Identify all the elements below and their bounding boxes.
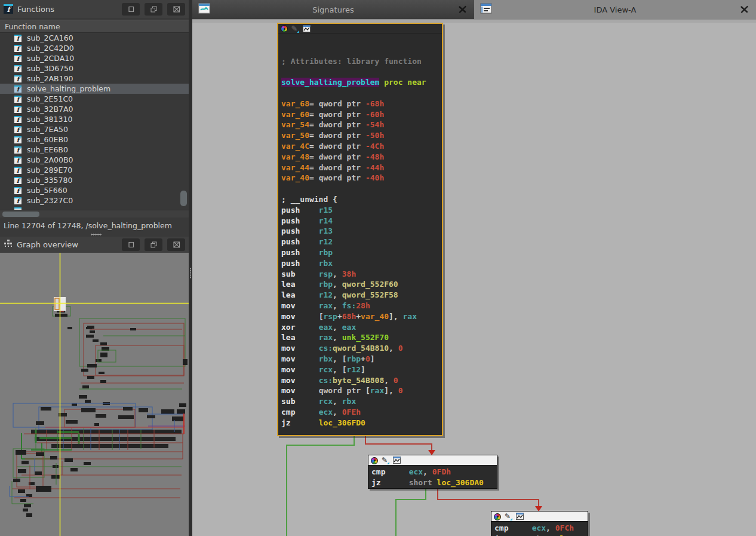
function-icon: f (14, 136, 21, 143)
horizontal-scrollbar-thumb[interactable] (2, 212, 39, 217)
horizontal-scrollbar[interactable] (0, 210, 189, 218)
tab-signatures-label: Signatures (192, 5, 474, 14)
close-button[interactable] (167, 3, 185, 16)
function-list-item[interactable]: fsub_289E70 (0, 165, 189, 175)
asm-body-n3[interactable]: cmp ecx, 0FChjz short loc_306E00 (491, 522, 588, 536)
asm-line: push rbp (281, 247, 439, 258)
graph-overview-minimap[interactable] (0, 253, 189, 536)
function-icon: f (14, 35, 21, 42)
overview-close-button[interactable] (167, 238, 185, 251)
asm-line: ; __unwind { (281, 194, 439, 205)
asm-line: push rbx (281, 258, 439, 269)
function-list-item[interactable]: fsub_335780 (0, 175, 189, 185)
function-name-label: sub_7EA50 (27, 125, 68, 134)
node-edit-icon[interactable]: ✎ (505, 513, 512, 520)
asm-line: mov qword ptr [rax], 0 (281, 385, 439, 396)
function-icon: f (14, 106, 21, 113)
function-list-item[interactable]: fsub_2E51C0 (0, 94, 189, 104)
function-name-label: sub_381310 (27, 115, 72, 124)
overview-maximize-button[interactable] (122, 238, 140, 251)
node-graph-icon[interactable] (516, 511, 524, 522)
node-color-icon[interactable] (494, 513, 501, 520)
function-list-item[interactable]: fsub_2AB190 (0, 73, 189, 84)
function-icon: f (14, 96, 21, 103)
asm-line: var_44= dword ptr -44h (281, 163, 439, 173)
function-list-item[interactable]: fsub_60EB0 (0, 134, 189, 145)
tab-ida-view-a-close-icon[interactable] (740, 5, 749, 16)
tab-signatures[interactable]: Signatures (192, 0, 474, 19)
node-graph-icon[interactable] (303, 23, 311, 35)
vertical-scrollbar-thumb[interactable] (180, 191, 187, 206)
view-tabbar: Signatures IDA View-A (192, 0, 756, 19)
asm-body-n1[interactable]: ; Attributes: library function solve_hal… (278, 33, 442, 429)
asm-body-n2[interactable]: cmp ecx, 0FDhjz short loc_306DA0 (368, 465, 497, 489)
graph-node-entry[interactable]: ✎ ; Attributes: library function solve_h… (277, 23, 443, 436)
horizontal-splitter-handle[interactable] (91, 234, 102, 235)
function-icon: f (14, 85, 21, 93)
vertical-splitter-handle[interactable] (189, 268, 192, 278)
maximize-button[interactable] (122, 3, 140, 16)
graph-overview-title: Graph overview (17, 240, 117, 249)
function-icon: f (14, 197, 21, 204)
functions-panel-titlebar[interactable]: f Functions (0, 0, 189, 18)
asm-line: mov cs:byte_54B808, 0 (281, 375, 439, 386)
functions-panel-title: Functions (17, 5, 117, 14)
function-name-label: sub_5F660 (27, 186, 67, 195)
functions-panel: f Functions Function name fsub_2CA160fsu… (0, 0, 189, 218)
asm-line: jz loc_306FD0 (281, 418, 439, 428)
graph-overview-icon (4, 239, 13, 250)
disassembly-area: Signatures IDA View-A (192, 0, 756, 536)
function-name-label: sub_2E51C0 (27, 94, 73, 103)
tab-ida-view-a[interactable]: IDA View-A (474, 0, 756, 19)
function-name-label: sub_60EB0 (27, 135, 68, 144)
asm-line: var_54= dword ptr -54h (281, 120, 439, 130)
function-name-label: sub_2C42D0 (27, 44, 74, 53)
float-button[interactable] (145, 3, 162, 16)
function-name-label: sub_EE6B0 (27, 145, 68, 154)
node-color-icon[interactable] (281, 25, 288, 32)
node-graph-icon[interactable] (393, 455, 401, 466)
function-name-label: sub_335780 (27, 176, 72, 185)
asm-line: ; Attributes: library function (281, 56, 439, 67)
function-list-item[interactable]: fsub_2A00B0 (0, 155, 189, 165)
asm-line: mov rbx, [rbp+0] (281, 354, 439, 365)
node-color-icon[interactable] (371, 457, 378, 464)
function-list-item[interactable]: fsub_7EA50 (0, 124, 189, 134)
asm-line: lea rax, unk_552F70 (281, 332, 439, 343)
tab-signatures-close-icon[interactable] (458, 5, 467, 16)
asm-line: var_68= qword ptr -68h (281, 99, 439, 109)
overview-float-button[interactable] (145, 238, 162, 251)
function-icon: f (14, 167, 21, 174)
function-list-item[interactable]: fsub_2CA160 (0, 33, 189, 43)
function-list-item[interactable]: fsub_2CDA10 (0, 53, 189, 63)
function-list-item[interactable]: fsub_3D6750 (0, 63, 189, 73)
function-list-item[interactable]: fsub_5F660 (0, 185, 189, 195)
function-list-item[interactable]: fsub_32B7A0 (0, 104, 189, 114)
asm-line: lea rbp, qword_552F60 (281, 279, 439, 290)
function-list-item[interactable]: fsub_EE6B0 (0, 145, 189, 155)
asm-line: sub rcx, rbx (281, 396, 439, 407)
asm-line: push r12 (281, 237, 439, 247)
node-edit-icon[interactable]: ✎ (291, 25, 299, 33)
function-list-item[interactable]: fsub_381310 (0, 114, 189, 124)
asm-line: mov rcx, [r12] (281, 365, 439, 375)
node-edit-icon[interactable]: ✎ (382, 457, 389, 464)
function-name-column-header[interactable]: Function name (0, 20, 189, 33)
function-name-label: sub_289E70 (27, 166, 72, 174)
asm-line: jz short loc_306DA0 (371, 477, 494, 488)
asm-line (281, 88, 439, 99)
asm-line (281, 35, 439, 45)
asm-line: var_60= qword ptr -60h (281, 109, 439, 120)
function-list-item[interactable]: fsub_2327C0 (0, 195, 189, 206)
function-list-item[interactable]: fsub_2C42D0 (0, 43, 189, 53)
asm-line: cmp ecx, 0FEh (281, 407, 439, 418)
tab-ida-view-a-label: IDA View-A (474, 5, 756, 14)
graph-node-cmp-0fch[interactable]: ✎ cmp ecx, 0FChjz short loc_306E00 (491, 511, 588, 536)
graph-view-canvas[interactable]: ✎ ; Attributes: library function solve_h… (192, 23, 756, 536)
graph-overview-titlebar[interactable]: Graph overview (0, 237, 189, 253)
graph-node-cmp-0fdh[interactable]: ✎ cmp ecx, 0FDhjz short loc_306DA0 (368, 455, 497, 489)
asm-line: sub rsp, 38h (281, 269, 439, 280)
functions-panel-icon: f (4, 4, 13, 14)
function-list-item[interactable]: fsolve_halting_problem (0, 84, 189, 94)
function-name-label: sub_2CDA10 (27, 54, 74, 63)
